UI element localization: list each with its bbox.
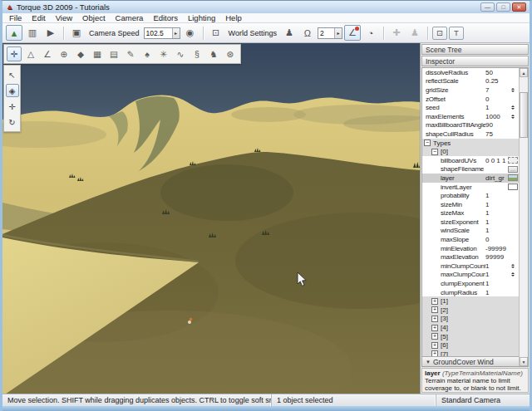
- group-5[interactable]: +[5]: [422, 332, 519, 341]
- property-value[interactable]: 1: [485, 209, 519, 217]
- material-editor-button[interactable]: ⊕: [57, 46, 71, 61]
- spin-up-icon[interactable]: [511, 272, 515, 274]
- property-sizeMax[interactable]: sizeMax1: [422, 209, 519, 218]
- move-gizmo-button[interactable]: ◈: [6, 84, 19, 97]
- property-value[interactable]: 1: [485, 280, 519, 287]
- spin-up-icon[interactable]: [511, 115, 515, 116]
- toggle-bounds-button[interactable]: ⊡: [432, 27, 447, 40]
- property-sizeExponent[interactable]: sizeExponent1: [422, 218, 519, 227]
- maximize-window-button[interactable]: □: [496, 2, 510, 12]
- spin-down-icon[interactable]: [511, 108, 515, 110]
- expand-icon[interactable]: +: [431, 316, 438, 322]
- toggle-text-button[interactable]: T: [449, 27, 464, 40]
- play-game-button[interactable]: ▶: [42, 25, 59, 41]
- camera-dropdown-button[interactable]: ▣: [68, 25, 85, 41]
- inspector-header[interactable]: Inspector: [421, 56, 529, 66]
- snap-size-input[interactable]: 2▸: [318, 27, 342, 39]
- property-value[interactable]: 50: [485, 69, 519, 76]
- property-dissolveRadius[interactable]: dissolveRadius50: [422, 68, 519, 77]
- menu-help[interactable]: Help: [220, 13, 247, 22]
- group-6[interactable]: +[6]: [422, 340, 519, 350]
- spin-down-icon[interactable]: [511, 267, 515, 268]
- property-value[interactable]: 1: [485, 192, 519, 199]
- drop-player-button[interactable]: ♟: [281, 25, 298, 41]
- gui-editor-button[interactable]: ▥: [24, 25, 41, 41]
- spinner-widget[interactable]: [508, 272, 518, 276]
- spin-arrow-icon[interactable]: ▸: [172, 28, 180, 38]
- grid-snap-button[interactable]: ◔: [362, 25, 379, 41]
- group-3[interactable]: +[3]: [422, 315, 519, 324]
- scroll-thumb[interactable]: [520, 92, 528, 138]
- spinner-widget[interactable]: [508, 88, 518, 92]
- property-minElevation[interactable]: minElevation-99999: [422, 244, 519, 253]
- property-value[interactable]: 1: [485, 271, 508, 278]
- object-editor-button[interactable]: ✛: [7, 46, 22, 61]
- property-maxElevation[interactable]: maxElevation99999: [422, 252, 519, 262]
- rotate-tool-button[interactable]: ↻: [6, 115, 19, 129]
- property-maxClumpCount[interactable]: maxClumpCount1: [422, 271, 519, 280]
- spin-up-icon[interactable]: [511, 88, 515, 90]
- scroll-up-icon[interactable]: ▲: [520, 68, 528, 77]
- expand-icon[interactable]: +: [431, 306, 438, 313]
- menu-view[interactable]: View: [51, 13, 77, 22]
- forest-editor-button[interactable]: ♠: [140, 46, 155, 61]
- visibility-button[interactable]: ◉: [182, 25, 199, 41]
- property-probability[interactable]: probability1: [422, 191, 519, 200]
- snap-size-input-value[interactable]: 2: [318, 29, 334, 37]
- group-types[interactable]: −Types: [422, 139, 519, 148]
- property-value[interactable]: 0.25: [485, 77, 519, 85]
- terrain-editor-button[interactable]: △: [23, 46, 38, 61]
- camera-speed-input-value[interactable]: 102.5: [145, 29, 172, 37]
- river-editor-button[interactable]: ∿: [173, 46, 188, 61]
- property-value[interactable]: 1000: [485, 113, 508, 120]
- property-maxElements[interactable]: maxElements1000: [422, 112, 519, 121]
- menu-lighting[interactable]: Lighting: [183, 13, 220, 22]
- spin-up-icon[interactable]: [511, 105, 515, 107]
- property-value[interactable]: -99999: [485, 245, 519, 252]
- viewport-3d[interactable]: ✛△∠⊕◆▦▤✎♠✳∿§♞⊛ ↖◈✛↻: [2, 43, 420, 394]
- title-bar[interactable]: ▲ Torque 3D 2009 - Tutorials —□✕: [2, 1, 530, 13]
- object-snap-button[interactable]: ∠: [344, 25, 361, 41]
- panel-scrollbar[interactable]: ▲ ▼: [519, 68, 528, 366]
- property-zOffset[interactable]: zOffset0: [422, 95, 519, 104]
- property-value[interactable]: 1: [485, 104, 508, 111]
- property-shapeFilename[interactable]: shapeFilename…: [422, 165, 519, 174]
- expand-icon[interactable]: +: [431, 350, 438, 356]
- shape-editor-button[interactable]: ♞: [206, 46, 221, 61]
- property-clumpRadius[interactable]: clumpRadius1: [422, 288, 519, 297]
- property-value[interactable]: 1: [485, 201, 519, 208]
- spinner-widget[interactable]: [508, 264, 518, 268]
- property-clumpExponent[interactable]: clumpExponent1: [422, 279, 519, 288]
- property-value[interactable]: 1: [485, 289, 519, 296]
- scene-tree-header[interactable]: Scene Tree: [421, 44, 529, 55]
- camera-speed-input[interactable]: 102.5▸: [144, 27, 180, 39]
- scroll-track[interactable]: [520, 77, 528, 357]
- expand-icon[interactable]: +: [431, 342, 438, 349]
- property-shapeCullRadius[interactable]: shapeCullRadius75: [422, 130, 519, 139]
- select-tool-button[interactable]: ↖: [6, 68, 19, 81]
- spin-up-icon[interactable]: [511, 264, 515, 266]
- property-value[interactable]: 90: [485, 121, 519, 129]
- menu-edit[interactable]: Edit: [27, 13, 50, 22]
- spin-down-icon[interactable]: [511, 117, 515, 119]
- particle-editor-button[interactable]: ✳: [156, 46, 171, 61]
- uv-picker-button[interactable]: [508, 157, 518, 164]
- property-value[interactable]: 0: [485, 95, 519, 103]
- group-0[interactable]: −[0]: [422, 147, 519, 156]
- close-window-button[interactable]: ✕: [512, 2, 526, 12]
- group-4[interactable]: +[4]: [422, 323, 519, 332]
- add-object-button[interactable]: ✚: [388, 25, 405, 41]
- property-seed[interactable]: seed1: [422, 103, 519, 112]
- property-windScale[interactable]: windScale1: [422, 227, 519, 236]
- property-reflectScale[interactable]: reflectScale0.25: [422, 77, 519, 86]
- property-billboardUVs[interactable]: billboardUVs0 0 1 1: [422, 156, 519, 165]
- property-layer[interactable]: layerdirt_gr: [422, 174, 519, 183]
- spin-down-icon[interactable]: [511, 275, 515, 276]
- property-value[interactable]: 1: [485, 262, 508, 270]
- group-7[interactable]: +[7]: [422, 350, 519, 356]
- sketch-tool-button[interactable]: ◆: [73, 46, 88, 61]
- property-minClumpCount[interactable]: minClumpCount1: [422, 262, 519, 271]
- spin-arrow-icon[interactable]: ▸: [334, 28, 342, 38]
- minimize-window-button[interactable]: —: [480, 2, 495, 12]
- property-value[interactable]: 1: [485, 227, 519, 234]
